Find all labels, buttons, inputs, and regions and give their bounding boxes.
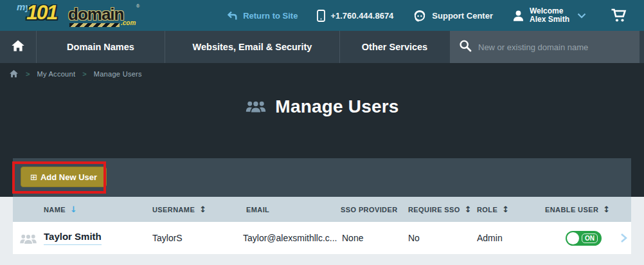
search-icon xyxy=(459,39,472,55)
breadcrumb-my-account[interactable]: My Account xyxy=(37,70,75,78)
column-header-email: EMAIL xyxy=(243,206,341,214)
breadcrumb-manage-users[interactable]: Manage Users xyxy=(94,70,142,78)
main-nav: Domain Names Websites, Email & Security … xyxy=(0,31,644,63)
phone-link[interactable]: +1.760.444.8674 xyxy=(317,10,393,22)
nav-label: Domain Names xyxy=(67,42,134,52)
row-expand-chevron[interactable] xyxy=(616,233,631,243)
support-center-label: Support Center xyxy=(432,11,493,21)
nav-item-websites-email-security[interactable]: Websites, Email & Security xyxy=(165,31,340,63)
logo-101: 101 xyxy=(26,1,57,24)
breadcrumb-separator: > xyxy=(82,70,86,78)
welcome-line1: Welcome xyxy=(530,6,563,15)
user-username: TaylorS xyxy=(152,233,243,243)
return-arrow-icon xyxy=(227,11,238,21)
table-header: NAME ↓ USERNAME ↕ EMAIL SSO PROVIDER REQ… xyxy=(13,197,631,222)
column-header-enable-user[interactable]: ENABLE USER ↕ xyxy=(545,205,616,214)
column-label: SSO PROVIDER xyxy=(341,206,398,214)
headset-icon xyxy=(413,9,427,23)
sort-desc-icon[interactable]: ↓ xyxy=(70,205,77,214)
page-title-block: Manage Users xyxy=(0,96,644,117)
welcome-text: Welcome Alex Smith xyxy=(530,7,569,24)
column-header-name[interactable]: NAME ↓ xyxy=(44,205,152,214)
users-table-section: NAME ↓ USERNAME ↕ EMAIL SSO PROVIDER REQ… xyxy=(0,197,644,265)
column-header-sso-provider: SSO PROVIDER xyxy=(341,206,407,214)
return-to-site-label: Return to Site xyxy=(243,11,298,21)
column-label: USERNAME xyxy=(152,206,195,214)
table-toolbar: ⊞ Add New User xyxy=(13,158,631,197)
account-menu[interactable]: Welcome Alex Smith xyxy=(512,7,586,24)
breadcrumb: > My Account > Manage Users xyxy=(9,69,142,78)
logo-domain: domain xyxy=(68,5,123,24)
phone-number: +1.760.444.8674 xyxy=(330,11,393,21)
column-label: EMAIL xyxy=(246,206,269,214)
phone-icon xyxy=(317,10,325,22)
sort-both-icon[interactable]: ↕ xyxy=(199,205,206,214)
top-bar-links: Return to Site +1.760.444.8674 Support C… xyxy=(227,0,627,31)
page-header-section: > My Account > Manage Users Manage Users… xyxy=(0,63,644,197)
nav-label: Other Services xyxy=(362,42,427,52)
column-label: ROLE xyxy=(477,206,497,214)
logo-stripes xyxy=(69,23,120,27)
sort-both-icon[interactable]: ↕ xyxy=(465,205,472,214)
add-plus-icon: ⊞ xyxy=(30,172,37,182)
domain-search xyxy=(450,31,640,63)
home-icon xyxy=(11,39,25,55)
user-icon xyxy=(512,10,524,22)
breadcrumb-separator: > xyxy=(26,70,30,78)
user-row[interactable]: Taylor Smith TaylorS Taylor@alexsmithllc… xyxy=(13,222,631,254)
column-label: ENABLE USER xyxy=(545,206,598,214)
domain-search-input[interactable] xyxy=(478,42,620,52)
brand-logo[interactable]: my 101 domain ® .com xyxy=(12,1,163,30)
row-users-icon xyxy=(13,232,44,245)
user-sso-provider: None xyxy=(341,233,407,243)
column-header-username[interactable]: USERNAME ↕ xyxy=(152,205,243,214)
logo-tld: .com xyxy=(121,19,136,26)
registered-mark: ® xyxy=(136,4,139,8)
users-group-icon xyxy=(245,98,267,116)
chevron-down-icon xyxy=(577,13,586,19)
return-to-site-link[interactable]: Return to Site xyxy=(227,11,298,21)
nav-item-domain-names[interactable]: Domain Names xyxy=(37,31,165,63)
nav-label: Websites, Email & Security xyxy=(193,42,312,52)
breadcrumb-home-icon[interactable] xyxy=(9,69,19,78)
add-new-user-label: Add New User xyxy=(40,172,97,182)
manage-users-page: my 101 domain ® .com Return to Site +1.7… xyxy=(0,0,644,265)
welcome-line2: Alex Smith xyxy=(530,15,569,24)
user-name-link[interactable]: Taylor Smith xyxy=(44,231,102,245)
cart-button[interactable] xyxy=(611,8,627,23)
add-new-user-button[interactable]: ⊞ Add New User xyxy=(21,167,107,187)
support-center-link[interactable]: Support Center xyxy=(413,9,493,23)
enable-user-toggle[interactable]: ON xyxy=(566,231,602,246)
users-table: NAME ↓ USERNAME ↕ EMAIL SSO PROVIDER REQ… xyxy=(13,197,631,254)
column-label: REQUIRE SSO xyxy=(408,206,460,214)
column-header-role[interactable]: ROLE ↕ xyxy=(477,205,545,214)
cart-icon xyxy=(611,8,627,23)
sort-both-icon[interactable]: ↕ xyxy=(502,205,509,214)
user-role: Admin xyxy=(477,233,545,243)
user-require-sso: No xyxy=(407,233,477,243)
column-label: NAME xyxy=(44,206,66,214)
toggle-knob xyxy=(567,232,579,244)
column-header-require-sso[interactable]: REQUIRE SSO ↕ xyxy=(407,205,477,214)
user-email: Taylor@alexsmithllc.c... xyxy=(243,233,341,243)
nav-item-other-services[interactable]: Other Services xyxy=(340,31,449,63)
sort-both-icon[interactable]: ↕ xyxy=(603,205,610,214)
top-bar: my 101 domain ® .com Return to Site +1.7… xyxy=(0,0,644,31)
toggle-on-label: ON xyxy=(582,233,598,243)
nav-home-button[interactable] xyxy=(0,31,37,63)
page-title: Manage Users xyxy=(275,96,398,117)
